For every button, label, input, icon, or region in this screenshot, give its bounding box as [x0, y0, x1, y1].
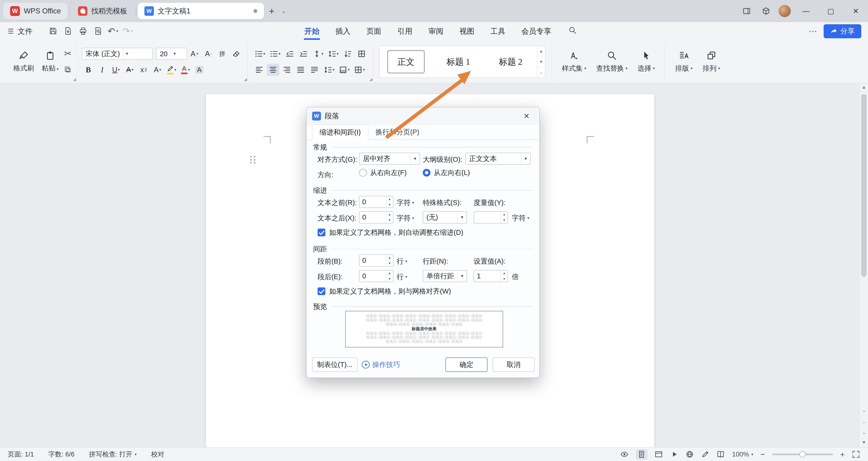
numbered-list-button[interactable]: ▾ — [268, 48, 282, 60]
ok-button[interactable]: 确定 — [445, 358, 488, 372]
bold-button[interactable]: B — [82, 64, 95, 76]
scroll-down-arrow[interactable]: ▼ — [860, 440, 868, 445]
style-set-dropdown-chevron[interactable]: ▾ — [584, 66, 586, 71]
tab-insert[interactable]: 插入 — [330, 22, 356, 40]
undo-dropdown-chevron[interactable]: ▾ — [116, 29, 118, 33]
after-text-spin-down[interactable]: ▼ — [386, 217, 393, 223]
character-spacing-button[interactable]: ▾ — [326, 48, 340, 60]
font-size-dropdown-chevron[interactable]: ▼ — [170, 48, 179, 60]
measure-spin-down[interactable]: ▼ — [501, 217, 507, 223]
maximize-button[interactable]: ▢ — [821, 3, 841, 19]
more-options-icon[interactable]: ⋯ — [809, 26, 817, 36]
typeset-dropdown-chevron[interactable]: ▾ — [691, 66, 693, 71]
clipboard-group-expander[interactable]: ◢ — [73, 77, 76, 82]
dialog-tab-line-page-breaks[interactable]: 换行和分页(P) — [368, 125, 427, 140]
style-normal[interactable]: 正文 — [380, 46, 432, 78]
align-justify-button[interactable] — [294, 64, 307, 76]
zoom-level[interactable]: 100%▾ — [732, 451, 753, 458]
tab-page[interactable]: 页面 — [361, 22, 387, 40]
typeset-button[interactable]: 排版▾ — [670, 51, 698, 73]
scrollbar-thumb[interactable] — [861, 94, 867, 277]
snap-to-grid-checkbox[interactable]: 如果定义了文档网格，则与网格对齐(W) — [318, 287, 451, 296]
borders-button[interactable]: ▾ — [352, 64, 367, 76]
style-heading-2[interactable]: 标题 2 — [485, 46, 537, 78]
font-color-button[interactable]: A ▾ — [179, 64, 192, 76]
font-size-combobox[interactable]: 20▼ — [156, 48, 187, 60]
shading-button[interactable]: ▾ — [337, 64, 351, 76]
styles-scroll-up[interactable]: ▲ — [537, 46, 545, 56]
page-view-icon[interactable] — [636, 449, 647, 460]
dialog-close-icon[interactable]: ✕ — [520, 112, 534, 120]
format-painter-button[interactable]: 格式刷 — [9, 49, 38, 74]
align-distribute-button[interactable] — [308, 64, 321, 76]
character-spacing-dropdown-chevron[interactable]: ▾ — [337, 52, 339, 56]
space-before-unit-dropdown[interactable]: 行▾ — [397, 257, 407, 266]
increase-font-size-button[interactable]: A+ — [188, 48, 201, 60]
font-name-combobox[interactable]: 宋体 (正文)▼ — [82, 48, 153, 60]
shading-dropdown-chevron[interactable]: ▾ — [348, 67, 350, 72]
align-left-button[interactable] — [253, 64, 266, 76]
underline-button[interactable]: U▾ — [110, 64, 123, 76]
read-mode-icon[interactable] — [716, 450, 725, 458]
after-text-spinner[interactable]: 0▲▼ — [359, 211, 393, 223]
set-value-spinner[interactable]: 1▲▼ — [474, 270, 508, 282]
proofread-button[interactable]: 校对 — [151, 450, 164, 459]
minimize-button[interactable]: — — [796, 3, 816, 19]
share-button[interactable]: 分享 — [824, 24, 861, 38]
space-after-value[interactable]: 0 — [360, 271, 386, 282]
text-direction-dropdown-chevron[interactable]: ▾ — [321, 52, 323, 56]
web-layout-icon[interactable] — [655, 450, 663, 458]
space-after-spin-down[interactable]: ▼ — [386, 276, 393, 282]
align-center-button[interactable] — [267, 64, 280, 76]
file-menu[interactable]: ☰ 文件 — [8, 22, 33, 40]
dialog-titlebar[interactable]: W 段落 ✕ — [307, 107, 539, 125]
measure-value[interactable] — [474, 212, 500, 223]
font-group-expander[interactable]: ◢ — [244, 77, 247, 82]
italic-button[interactable]: I — [96, 64, 109, 76]
vertical-scrollbar[interactable]: ▲ ⌃ ▫ ⌄ ▼ — [859, 83, 868, 447]
auto-adjust-right-indent-checkbox[interactable]: 如果定义了文档网格，则自动调整右缩进(D) — [318, 228, 463, 237]
dialog-tab-indents-spacing[interactable]: 缩进和间距(I) — [312, 124, 368, 140]
text-effects-dropdown-chevron[interactable]: ▾ — [159, 67, 161, 72]
new-tab-button[interactable]: + — [264, 6, 279, 17]
font-color-dropdown-chevron[interactable]: ▾ — [188, 67, 190, 72]
set-value-spin-up[interactable]: ▲ — [501, 271, 507, 276]
sort-button[interactable] — [341, 48, 354, 60]
undo-button[interactable]: ↶▾ — [106, 24, 120, 37]
strikethrough-button[interactable]: A▾ — [123, 64, 136, 76]
app-center-cube-icon[interactable] — [759, 4, 773, 18]
presentation-play-icon[interactable] — [670, 450, 678, 458]
character-shading-button[interactable]: A — [193, 64, 206, 76]
select-button[interactable]: 选择▾ — [632, 51, 660, 73]
measure-spinner[interactable]: ▲▼ — [474, 211, 508, 223]
special-format-dropdown-chevron[interactable]: ▼ — [457, 212, 467, 223]
paste-button[interactable]: 粘贴 ▾ — [38, 49, 63, 74]
line-spacing-button[interactable]: ▾ — [322, 64, 336, 76]
export-pdf-button[interactable] — [61, 24, 74, 37]
bullet-list-button[interactable]: ▾ — [253, 48, 267, 60]
ribbon-search-icon[interactable] — [568, 26, 577, 36]
text-direction-button[interactable]: ▾ — [311, 48, 325, 60]
set-value-spin-down[interactable]: ▼ — [501, 276, 507, 282]
outline-level-dropdown-chevron[interactable]: ▼ — [521, 153, 530, 164]
style-set-button[interactable]: 样式集▾ — [557, 51, 591, 73]
print-preview-button[interactable] — [91, 24, 104, 37]
app-tab-wps-office[interactable]: W WPS Office — [3, 3, 67, 19]
alignment-dropdown[interactable]: 居中对齐▼ — [359, 153, 420, 165]
rtl-radio-circle[interactable] — [359, 169, 367, 177]
space-after-spin-up[interactable]: ▲ — [386, 271, 393, 276]
close-button[interactable]: ✕ — [846, 3, 866, 19]
sidebar-panel-icon[interactable] — [740, 4, 754, 18]
text-effects-button[interactable]: A▾ — [151, 64, 164, 76]
alignment-dropdown-chevron[interactable]: ▼ — [410, 153, 420, 164]
show-marks-button[interactable] — [355, 48, 368, 60]
superscript-button[interactable]: x2 — [137, 64, 150, 76]
tabs-button[interactable]: 制表位(T)... — [312, 358, 358, 372]
print-button[interactable] — [76, 24, 90, 37]
tab-member[interactable]: 会员专享 — [516, 22, 557, 40]
fullscreen-icon[interactable] — [852, 450, 860, 458]
zoom-in-button[interactable]: + — [840, 450, 845, 459]
after-text-spin-up[interactable]: ▲ — [386, 212, 393, 217]
paste-dropdown-chevron[interactable]: ▾ — [56, 67, 59, 71]
zoom-dropdown-chevron[interactable]: ▾ — [751, 452, 753, 457]
